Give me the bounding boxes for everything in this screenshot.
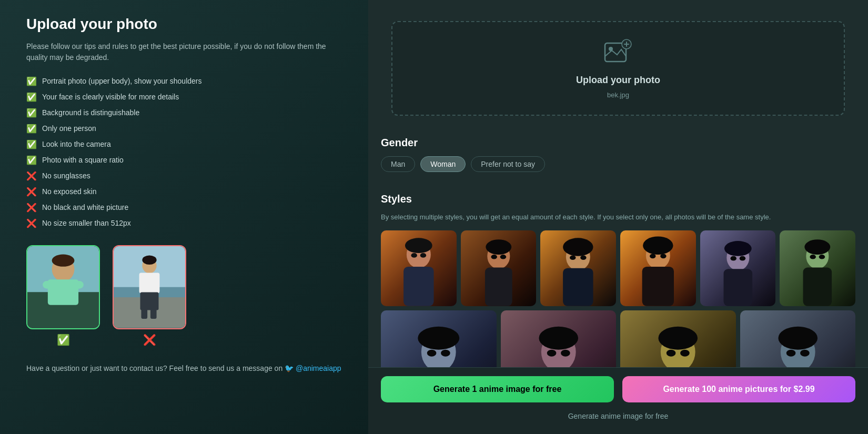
style-card-9[interactable] bbox=[620, 310, 736, 367]
svg-point-25 bbox=[411, 253, 417, 258]
check-icon-6: ✅ bbox=[26, 155, 37, 165]
svg-point-51 bbox=[819, 255, 825, 259]
tip-bad-label-3: No black and white picture bbox=[42, 203, 128, 211]
style-card-10[interactable] bbox=[740, 310, 856, 367]
contact-text: Have a question or just want to contact … bbox=[26, 363, 342, 374]
tip-good-label-3: Background is distinguishable bbox=[42, 108, 139, 117]
twitter-icon: 🐦 bbox=[285, 364, 296, 372]
check-icon-3: ✅ bbox=[26, 107, 37, 118]
style-card-6[interactable] bbox=[780, 230, 855, 306]
gender-options: Man Woman Prefer not to say bbox=[381, 156, 855, 172]
tip-good-label-5: Look into the camera bbox=[42, 140, 111, 148]
svg-point-69 bbox=[778, 327, 817, 350]
style-card-7[interactable] bbox=[381, 310, 497, 367]
style-card-1[interactable] bbox=[381, 230, 457, 306]
svg-point-24 bbox=[405, 238, 432, 254]
good-indicator: ✅ bbox=[26, 334, 100, 346]
page-title: Upload your photo bbox=[26, 16, 342, 33]
tip-bad-label-1: No sunglasses bbox=[42, 171, 90, 180]
style-card-8[interactable] bbox=[501, 310, 617, 367]
tip-good-4: ✅ Only one person bbox=[26, 123, 342, 134]
gender-title: Gender bbox=[381, 137, 855, 149]
upload-title: Upload your photo bbox=[576, 75, 660, 86]
styles-description: By selecting multiple styles, you will g… bbox=[381, 213, 855, 222]
styles-grid-row2 bbox=[381, 310, 855, 367]
svg-point-30 bbox=[491, 255, 497, 259]
style-card-3[interactable] bbox=[540, 230, 616, 306]
style-card-2[interactable] bbox=[461, 230, 537, 306]
upload-dropzone[interactable]: Upload your photo bek.jpg bbox=[391, 21, 845, 116]
check-icon-2: ✅ bbox=[26, 92, 37, 102]
upload-section: Upload your photo bek.jpg bbox=[368, 11, 868, 126]
svg-point-54 bbox=[418, 327, 459, 350]
svg-point-46 bbox=[739, 256, 745, 261]
svg-point-40 bbox=[650, 254, 655, 259]
svg-rect-13 bbox=[140, 292, 159, 310]
gender-woman-button[interactable]: Woman bbox=[420, 156, 466, 172]
check-icon-5: ✅ bbox=[26, 139, 37, 149]
left-panel: Upload your photo Please follow our tips… bbox=[0, 0, 368, 434]
generate-paid-button[interactable]: Generate 100 anime pictures for $2.99 bbox=[622, 376, 855, 402]
scrollable-area[interactable]: Upload your photo bek.jpg Gender Man Wom… bbox=[368, 0, 868, 367]
svg-point-29 bbox=[486, 239, 511, 255]
photo-good-example: ✅ bbox=[26, 245, 100, 346]
tip-bad-1: ❌ No sunglasses bbox=[26, 170, 342, 181]
svg-point-61 bbox=[561, 349, 570, 356]
subtitle-text: Please follow our tips and rules to get … bbox=[26, 41, 342, 63]
svg-point-65 bbox=[667, 349, 676, 356]
tip-bad-label-4: No size smaller than 512px bbox=[42, 219, 131, 227]
contact-prefix: Have a question or just want to contact … bbox=[26, 364, 282, 372]
tip-bad-3: ❌ No black and white picture bbox=[26, 202, 342, 213]
tip-good-label-4: Only one person bbox=[42, 124, 96, 133]
generate-free-link[interactable]: Generate anime image for free bbox=[381, 407, 855, 426]
svg-point-26 bbox=[420, 253, 426, 258]
upload-image-icon bbox=[602, 38, 634, 69]
tip-good-6: ✅ Photo with a square ratio bbox=[26, 155, 342, 165]
generate-free-button[interactable]: Generate 1 anime image for free bbox=[381, 376, 614, 402]
svg-rect-12 bbox=[139, 273, 160, 294]
svg-point-41 bbox=[660, 254, 666, 259]
tip-good-label-6: Photo with a square ratio bbox=[42, 156, 124, 164]
styles-grid-row1 bbox=[381, 230, 855, 306]
tip-good-label-1: Portrait photo (upper body), show your s… bbox=[42, 77, 202, 85]
svg-point-39 bbox=[643, 237, 673, 255]
svg-point-45 bbox=[730, 256, 736, 261]
svg-rect-5 bbox=[43, 281, 84, 289]
check-icon-4: ✅ bbox=[26, 123, 37, 134]
svg-point-66 bbox=[680, 349, 690, 356]
style-card-5[interactable] bbox=[700, 230, 776, 306]
svg-point-35 bbox=[570, 256, 576, 260]
x-icon-3: ❌ bbox=[26, 202, 37, 213]
tips-list: ✅ Portrait photo (upper body), show your… bbox=[26, 76, 342, 228]
twitter-link[interactable]: @animeaiapp bbox=[296, 364, 341, 372]
photo-good-box bbox=[26, 245, 100, 329]
gender-man-button[interactable]: Man bbox=[381, 156, 415, 172]
svg-point-34 bbox=[563, 238, 593, 256]
right-content: Upload your photo bek.jpg Gender Man Wom… bbox=[368, 0, 868, 434]
tip-good-1: ✅ Portrait photo (upper body), show your… bbox=[26, 76, 342, 86]
photo-examples: ✅ bbox=[26, 245, 342, 346]
gender-prefer-button[interactable]: Prefer not to say bbox=[471, 156, 545, 172]
tip-good-2: ✅ Your face is clearly visible for more … bbox=[26, 92, 342, 102]
bad-indicator: ❌ bbox=[113, 334, 186, 346]
tip-good-3: ✅ Background is distinguishable bbox=[26, 107, 342, 118]
svg-point-70 bbox=[786, 349, 795, 356]
svg-point-56 bbox=[441, 349, 450, 356]
svg-point-6 bbox=[52, 255, 75, 267]
check-icon-1: ✅ bbox=[26, 76, 37, 86]
svg-rect-48 bbox=[803, 268, 832, 306]
gender-section: Gender Man Woman Prefer not to say bbox=[368, 126, 868, 183]
cta-bar: Generate 1 anime image for free Generate… bbox=[368, 367, 868, 434]
svg-rect-15 bbox=[150, 309, 157, 319]
svg-rect-14 bbox=[141, 309, 147, 319]
styles-section: Styles By selecting multiple styles, you… bbox=[368, 183, 868, 367]
svg-point-31 bbox=[500, 255, 506, 259]
svg-rect-43 bbox=[723, 269, 752, 306]
tip-bad-2: ❌ No exposed skin bbox=[26, 186, 342, 197]
svg-rect-33 bbox=[563, 268, 593, 306]
svg-point-71 bbox=[800, 349, 810, 356]
tip-bad-4: ❌ No size smaller than 512px bbox=[26, 218, 342, 228]
style-card-4[interactable] bbox=[620, 230, 696, 306]
svg-point-49 bbox=[805, 239, 831, 255]
x-icon-1: ❌ bbox=[26, 170, 37, 181]
